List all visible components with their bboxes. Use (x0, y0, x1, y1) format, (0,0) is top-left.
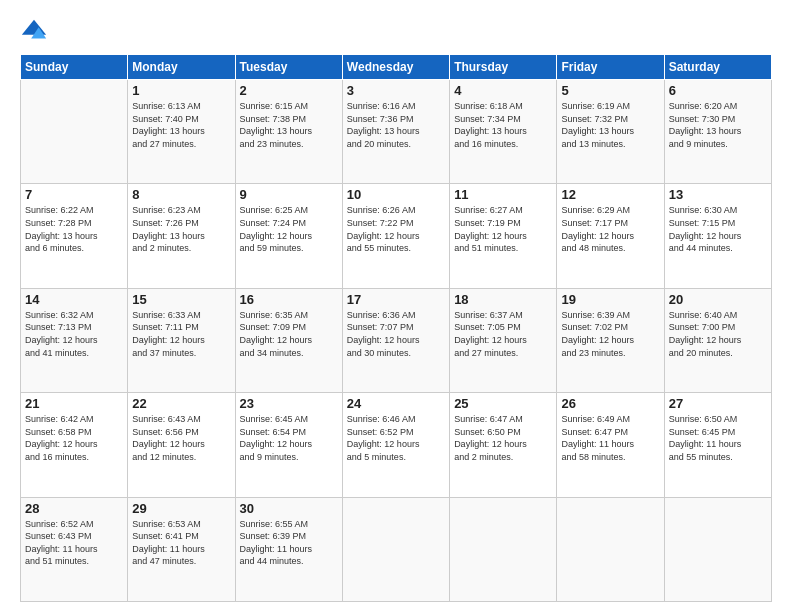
calendar-header: SundayMondayTuesdayWednesdayThursdayFrid… (21, 55, 772, 80)
day-number: 13 (669, 187, 767, 202)
calendar-week-row: 1Sunrise: 6:13 AM Sunset: 7:40 PM Daylig… (21, 80, 772, 184)
day-number: 21 (25, 396, 123, 411)
day-number: 15 (132, 292, 230, 307)
day-info: Sunrise: 6:47 AM Sunset: 6:50 PM Dayligh… (454, 413, 552, 463)
day-number: 27 (669, 396, 767, 411)
day-info: Sunrise: 6:35 AM Sunset: 7:09 PM Dayligh… (240, 309, 338, 359)
day-info: Sunrise: 6:19 AM Sunset: 7:32 PM Dayligh… (561, 100, 659, 150)
weekday-header: Friday (557, 55, 664, 80)
calendar-cell: 18Sunrise: 6:37 AM Sunset: 7:05 PM Dayli… (450, 288, 557, 392)
calendar-cell: 14Sunrise: 6:32 AM Sunset: 7:13 PM Dayli… (21, 288, 128, 392)
weekday-header: Wednesday (342, 55, 449, 80)
calendar-cell: 25Sunrise: 6:47 AM Sunset: 6:50 PM Dayli… (450, 393, 557, 497)
day-number: 3 (347, 83, 445, 98)
calendar: SundayMondayTuesdayWednesdayThursdayFrid… (20, 54, 772, 602)
calendar-cell: 24Sunrise: 6:46 AM Sunset: 6:52 PM Dayli… (342, 393, 449, 497)
day-number: 2 (240, 83, 338, 98)
calendar-cell: 23Sunrise: 6:45 AM Sunset: 6:54 PM Dayli… (235, 393, 342, 497)
weekday-header: Sunday (21, 55, 128, 80)
calendar-cell (557, 497, 664, 601)
day-number: 20 (669, 292, 767, 307)
day-info: Sunrise: 6:22 AM Sunset: 7:28 PM Dayligh… (25, 204, 123, 254)
day-number: 23 (240, 396, 338, 411)
weekday-header: Thursday (450, 55, 557, 80)
calendar-week-row: 28Sunrise: 6:52 AM Sunset: 6:43 PM Dayli… (21, 497, 772, 601)
day-info: Sunrise: 6:27 AM Sunset: 7:19 PM Dayligh… (454, 204, 552, 254)
day-number: 24 (347, 396, 445, 411)
calendar-cell: 17Sunrise: 6:36 AM Sunset: 7:07 PM Dayli… (342, 288, 449, 392)
day-number: 26 (561, 396, 659, 411)
day-number: 16 (240, 292, 338, 307)
calendar-body: 1Sunrise: 6:13 AM Sunset: 7:40 PM Daylig… (21, 80, 772, 602)
day-info: Sunrise: 6:43 AM Sunset: 6:56 PM Dayligh… (132, 413, 230, 463)
day-info: Sunrise: 6:16 AM Sunset: 7:36 PM Dayligh… (347, 100, 445, 150)
calendar-cell: 30Sunrise: 6:55 AM Sunset: 6:39 PM Dayli… (235, 497, 342, 601)
calendar-cell: 28Sunrise: 6:52 AM Sunset: 6:43 PM Dayli… (21, 497, 128, 601)
day-info: Sunrise: 6:26 AM Sunset: 7:22 PM Dayligh… (347, 204, 445, 254)
calendar-cell: 2Sunrise: 6:15 AM Sunset: 7:38 PM Daylig… (235, 80, 342, 184)
weekday-header: Tuesday (235, 55, 342, 80)
weekday-row: SundayMondayTuesdayWednesdayThursdayFrid… (21, 55, 772, 80)
day-info: Sunrise: 6:15 AM Sunset: 7:38 PM Dayligh… (240, 100, 338, 150)
day-number: 14 (25, 292, 123, 307)
day-number: 11 (454, 187, 552, 202)
calendar-cell: 9Sunrise: 6:25 AM Sunset: 7:24 PM Daylig… (235, 184, 342, 288)
calendar-cell: 10Sunrise: 6:26 AM Sunset: 7:22 PM Dayli… (342, 184, 449, 288)
day-number: 6 (669, 83, 767, 98)
day-number: 9 (240, 187, 338, 202)
day-number: 25 (454, 396, 552, 411)
day-number: 12 (561, 187, 659, 202)
calendar-cell: 1Sunrise: 6:13 AM Sunset: 7:40 PM Daylig… (128, 80, 235, 184)
day-number: 8 (132, 187, 230, 202)
calendar-cell: 27Sunrise: 6:50 AM Sunset: 6:45 PM Dayli… (664, 393, 771, 497)
calendar-cell: 11Sunrise: 6:27 AM Sunset: 7:19 PM Dayli… (450, 184, 557, 288)
svg-marker-0 (22, 20, 46, 35)
calendar-cell: 6Sunrise: 6:20 AM Sunset: 7:30 PM Daylig… (664, 80, 771, 184)
day-info: Sunrise: 6:23 AM Sunset: 7:26 PM Dayligh… (132, 204, 230, 254)
calendar-cell: 13Sunrise: 6:30 AM Sunset: 7:15 PM Dayli… (664, 184, 771, 288)
day-number: 28 (25, 501, 123, 516)
day-number: 4 (454, 83, 552, 98)
day-info: Sunrise: 6:30 AM Sunset: 7:15 PM Dayligh… (669, 204, 767, 254)
calendar-cell (450, 497, 557, 601)
calendar-cell: 21Sunrise: 6:42 AM Sunset: 6:58 PM Dayli… (21, 393, 128, 497)
day-info: Sunrise: 6:46 AM Sunset: 6:52 PM Dayligh… (347, 413, 445, 463)
calendar-cell: 4Sunrise: 6:18 AM Sunset: 7:34 PM Daylig… (450, 80, 557, 184)
day-number: 19 (561, 292, 659, 307)
day-info: Sunrise: 6:18 AM Sunset: 7:34 PM Dayligh… (454, 100, 552, 150)
calendar-cell: 15Sunrise: 6:33 AM Sunset: 7:11 PM Dayli… (128, 288, 235, 392)
day-number: 5 (561, 83, 659, 98)
day-info: Sunrise: 6:39 AM Sunset: 7:02 PM Dayligh… (561, 309, 659, 359)
calendar-cell: 16Sunrise: 6:35 AM Sunset: 7:09 PM Dayli… (235, 288, 342, 392)
day-info: Sunrise: 6:37 AM Sunset: 7:05 PM Dayligh… (454, 309, 552, 359)
header (20, 18, 772, 46)
calendar-cell: 20Sunrise: 6:40 AM Sunset: 7:00 PM Dayli… (664, 288, 771, 392)
page: SundayMondayTuesdayWednesdayThursdayFrid… (0, 0, 792, 612)
calendar-cell: 12Sunrise: 6:29 AM Sunset: 7:17 PM Dayli… (557, 184, 664, 288)
calendar-cell: 8Sunrise: 6:23 AM Sunset: 7:26 PM Daylig… (128, 184, 235, 288)
calendar-cell: 29Sunrise: 6:53 AM Sunset: 6:41 PM Dayli… (128, 497, 235, 601)
calendar-cell: 5Sunrise: 6:19 AM Sunset: 7:32 PM Daylig… (557, 80, 664, 184)
logo (20, 18, 52, 46)
day-number: 22 (132, 396, 230, 411)
calendar-cell (664, 497, 771, 601)
day-info: Sunrise: 6:13 AM Sunset: 7:40 PM Dayligh… (132, 100, 230, 150)
calendar-week-row: 21Sunrise: 6:42 AM Sunset: 6:58 PM Dayli… (21, 393, 772, 497)
day-info: Sunrise: 6:20 AM Sunset: 7:30 PM Dayligh… (669, 100, 767, 150)
day-info: Sunrise: 6:52 AM Sunset: 6:43 PM Dayligh… (25, 518, 123, 568)
calendar-week-row: 7Sunrise: 6:22 AM Sunset: 7:28 PM Daylig… (21, 184, 772, 288)
day-number: 18 (454, 292, 552, 307)
day-info: Sunrise: 6:36 AM Sunset: 7:07 PM Dayligh… (347, 309, 445, 359)
calendar-cell: 22Sunrise: 6:43 AM Sunset: 6:56 PM Dayli… (128, 393, 235, 497)
calendar-cell (342, 497, 449, 601)
weekday-header: Saturday (664, 55, 771, 80)
day-number: 29 (132, 501, 230, 516)
day-number: 1 (132, 83, 230, 98)
day-info: Sunrise: 6:40 AM Sunset: 7:00 PM Dayligh… (669, 309, 767, 359)
day-number: 10 (347, 187, 445, 202)
day-info: Sunrise: 6:55 AM Sunset: 6:39 PM Dayligh… (240, 518, 338, 568)
day-info: Sunrise: 6:53 AM Sunset: 6:41 PM Dayligh… (132, 518, 230, 568)
calendar-cell: 26Sunrise: 6:49 AM Sunset: 6:47 PM Dayli… (557, 393, 664, 497)
weekday-header: Monday (128, 55, 235, 80)
day-info: Sunrise: 6:25 AM Sunset: 7:24 PM Dayligh… (240, 204, 338, 254)
